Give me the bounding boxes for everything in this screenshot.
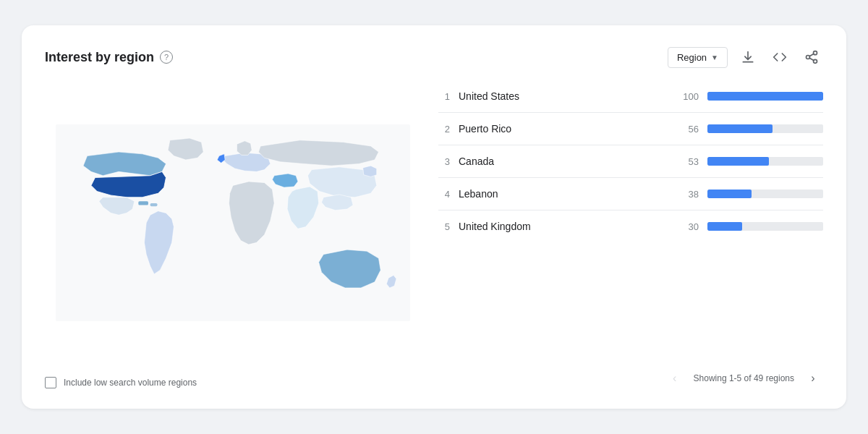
svg-line-3 [809, 58, 814, 60]
svg-rect-7 [150, 203, 158, 206]
card-header: Interest by region ? Region ▼ [45, 46, 823, 69]
bar-fill [707, 124, 773, 133]
embed-button[interactable] [768, 46, 791, 69]
list-item: 3 Canada 53 [438, 145, 823, 178]
svg-rect-6 [138, 201, 148, 205]
header-left: Interest by region ? [45, 50, 173, 65]
list-item: 5 United Kingdom 30 [438, 210, 823, 242]
share-icon [804, 50, 819, 64]
item-rank: 5 [438, 221, 450, 232]
bar-container [707, 190, 823, 198]
region-list: 1 United States 100 2 Puerto Rico 56 3 C… [438, 80, 823, 358]
pagination-text: Showing 1-5 of 49 regions [694, 373, 794, 383]
low-volume-checkbox[interactable] [45, 377, 56, 388]
chevron-down-icon: ▼ [711, 54, 718, 61]
page-title: Interest by region [45, 50, 154, 65]
item-name: Canada [459, 156, 667, 167]
bar-fill [707, 92, 823, 101]
bar-container [707, 92, 823, 101]
item-name: Puerto Rico [459, 123, 667, 135]
item-score: 53 [676, 156, 699, 167]
card-body: Include low search volume regions 1 Unit… [45, 80, 823, 388]
list-footer: ‹ Showing 1-5 of 49 regions › [438, 358, 823, 388]
map-footer: Include low search volume regions [45, 365, 421, 388]
item-score: 56 [676, 124, 699, 135]
share-button[interactable] [800, 46, 823, 69]
svg-line-4 [809, 54, 814, 56]
map-container [45, 80, 421, 365]
bar-fill [707, 190, 752, 198]
prev-page-button[interactable]: ‹ [665, 368, 685, 388]
bar-container [707, 124, 823, 133]
item-score: 30 [676, 221, 699, 232]
item-name: Lebanon [459, 188, 667, 200]
bar-container [707, 222, 823, 231]
dropdown-label: Region [677, 52, 707, 63]
item-score: 100 [676, 91, 699, 102]
map-section: Include low search volume regions [45, 80, 421, 388]
list-item: 4 Lebanon 38 [438, 178, 823, 210]
item-score: 38 [676, 189, 699, 200]
interest-by-region-card: Interest by region ? Region ▼ [22, 25, 846, 409]
list-item: 2 Puerto Rico 56 [438, 113, 823, 145]
item-rank: 2 [438, 124, 450, 135]
bar-fill [707, 222, 742, 231]
checkbox-label: Include low search volume regions [64, 378, 197, 388]
item-rank: 3 [438, 156, 450, 167]
world-map [56, 124, 410, 321]
bar-container [707, 157, 823, 166]
item-name: United States [459, 90, 667, 102]
item-name: United Kingdom [459, 221, 667, 232]
download-icon [741, 50, 755, 64]
item-rank: 4 [438, 189, 450, 200]
item-rank: 1 [438, 91, 450, 102]
list-item: 1 United States 100 [438, 80, 823, 113]
download-button[interactable] [736, 46, 760, 69]
bar-fill [707, 157, 769, 166]
help-icon[interactable]: ? [160, 51, 173, 64]
region-dropdown[interactable]: Region ▼ [668, 47, 728, 68]
list-section: 1 United States 100 2 Puerto Rico 56 3 C… [438, 80, 823, 388]
embed-icon [773, 50, 787, 64]
header-right: Region ▼ [668, 46, 823, 69]
next-page-button[interactable]: › [803, 368, 823, 388]
